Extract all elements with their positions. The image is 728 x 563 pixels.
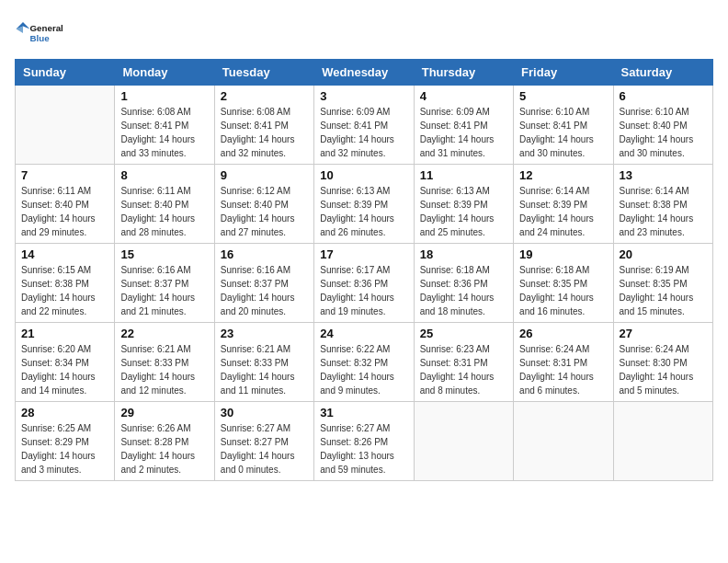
calendar-day-cell: 31Sunrise: 6:27 AMSunset: 8:26 PMDayligh… — [314, 402, 414, 481]
day-info-text: Sunrise: 6:09 AM — [320, 105, 407, 119]
day-number: 5 — [519, 89, 607, 103]
day-info-text: Daylight: 14 hours — [519, 212, 607, 225]
day-info-text: Sunrise: 6:20 AM — [21, 342, 108, 356]
day-info-text: Sunset: 8:28 PM — [120, 435, 208, 449]
day-info-text: Daylight: 14 hours — [420, 212, 507, 225]
day-number: 4 — [420, 89, 507, 103]
day-info-text: Sunset: 8:29 PM — [21, 435, 108, 449]
calendar-header-wednesday: Wednesday — [314, 60, 414, 86]
day-info-text: and 25 minutes. — [420, 225, 507, 239]
day-info-text: Sunset: 8:36 PM — [320, 277, 407, 291]
day-info-text: Sunrise: 6:15 AM — [21, 263, 108, 277]
day-info-text: Daylight: 14 hours — [620, 370, 707, 384]
day-info-text: Sunrise: 6:11 AM — [120, 184, 208, 198]
day-info-text: Daylight: 14 hours — [221, 212, 308, 225]
day-number: 31 — [320, 406, 407, 419]
day-info-text: Sunset: 8:30 PM — [620, 356, 707, 370]
calendar-day-cell: 17Sunrise: 6:17 AMSunset: 8:36 PMDayligh… — [314, 244, 414, 323]
calendar-day-cell — [613, 402, 712, 481]
calendar-header-sunday: Sunday — [16, 60, 115, 86]
day-info-text: Sunset: 8:41 PM — [320, 119, 407, 132]
day-info-text: Daylight: 14 hours — [120, 449, 208, 463]
calendar-table: SundayMondayTuesdayWednesdayThursdayFrid… — [15, 59, 713, 481]
day-number: 13 — [620, 168, 707, 182]
day-info-text: Sunrise: 6:08 AM — [221, 105, 308, 119]
day-info-text: Sunset: 8:31 PM — [420, 356, 507, 370]
calendar-day-cell: 18Sunrise: 6:18 AMSunset: 8:36 PMDayligh… — [414, 244, 513, 323]
day-info-text: Sunset: 8:37 PM — [221, 277, 308, 291]
calendar-week-row: 14Sunrise: 6:15 AMSunset: 8:38 PMDayligh… — [16, 244, 713, 323]
day-info-text: and 19 minutes. — [320, 304, 407, 318]
calendar-day-cell: 8Sunrise: 6:11 AMSunset: 8:40 PMDaylight… — [115, 165, 214, 244]
day-info-text: Daylight: 14 hours — [120, 132, 208, 146]
day-info-text: and 11 minutes. — [221, 384, 308, 397]
day-info-text: Sunrise: 6:14 AM — [620, 184, 707, 198]
day-info-text: Sunrise: 6:22 AM — [320, 342, 407, 356]
day-number: 25 — [420, 327, 507, 340]
day-info-text: Daylight: 14 hours — [21, 370, 108, 384]
day-info-text: and 32 minutes. — [221, 146, 308, 160]
day-info-text: Daylight: 14 hours — [221, 370, 308, 384]
calendar-day-cell: 15Sunrise: 6:16 AMSunset: 8:37 PMDayligh… — [115, 244, 214, 323]
day-number: 26 — [519, 327, 607, 340]
day-info-text: Sunset: 8:38 PM — [21, 277, 108, 291]
day-number: 29 — [120, 406, 208, 419]
day-info-text: Sunset: 8:40 PM — [620, 119, 707, 132]
day-info-text: Sunset: 8:41 PM — [420, 119, 507, 132]
day-info-text: Sunrise: 6:17 AM — [320, 263, 407, 277]
calendar-week-row: 1Sunrise: 6:08 AMSunset: 8:41 PMDaylight… — [16, 86, 713, 165]
day-number: 30 — [221, 406, 308, 419]
day-number: 23 — [221, 327, 308, 340]
day-info-text: Sunrise: 6:27 AM — [221, 421, 308, 435]
day-info-text: and 15 minutes. — [620, 304, 707, 318]
day-info-text: and 8 minutes. — [420, 384, 507, 397]
day-number: 21 — [21, 327, 108, 340]
calendar-day-cell: 3Sunrise: 6:09 AMSunset: 8:41 PMDaylight… — [314, 86, 414, 165]
calendar-header-saturday: Saturday — [613, 60, 712, 86]
calendar-week-row: 7Sunrise: 6:11 AMSunset: 8:40 PMDaylight… — [16, 165, 713, 244]
calendar-week-row: 21Sunrise: 6:20 AMSunset: 8:34 PMDayligh… — [16, 323, 713, 402]
day-info-text: and 0 minutes. — [221, 463, 308, 477]
day-info-text: Sunset: 8:41 PM — [519, 119, 607, 132]
calendar-day-cell: 1Sunrise: 6:08 AMSunset: 8:41 PMDaylight… — [115, 86, 214, 165]
day-info-text: Sunrise: 6:12 AM — [221, 184, 308, 198]
day-info-text: and 59 minutes. — [320, 463, 407, 477]
day-info-text: Daylight: 14 hours — [519, 370, 607, 384]
day-info-text: Daylight: 14 hours — [320, 212, 407, 225]
day-number: 12 — [519, 168, 607, 182]
day-info-text: and 31 minutes. — [420, 146, 507, 160]
day-info-text: Sunset: 8:40 PM — [120, 198, 208, 212]
day-info-text: Daylight: 14 hours — [221, 132, 308, 146]
day-info-text: Sunrise: 6:24 AM — [519, 342, 607, 356]
svg-text:Blue: Blue — [30, 33, 51, 43]
day-info-text: Sunrise: 6:18 AM — [420, 263, 507, 277]
logo: General Blue — [15, 15, 70, 52]
day-number: 9 — [221, 168, 308, 182]
day-info-text: Sunrise: 6:13 AM — [420, 184, 507, 198]
day-info-text: Sunset: 8:41 PM — [221, 119, 308, 132]
day-info-text: Daylight: 14 hours — [320, 370, 407, 384]
day-info-text: and 33 minutes. — [120, 146, 208, 160]
day-info-text: Sunset: 8:39 PM — [420, 198, 507, 212]
day-info-text: Daylight: 14 hours — [120, 212, 208, 225]
day-info-text: Sunrise: 6:21 AM — [120, 342, 208, 356]
day-number: 11 — [420, 168, 507, 182]
calendar-day-cell: 19Sunrise: 6:18 AMSunset: 8:35 PMDayligh… — [514, 244, 613, 323]
day-info-text: Sunset: 8:31 PM — [519, 356, 607, 370]
day-info-text: Daylight: 14 hours — [21, 449, 108, 463]
day-info-text: Sunset: 8:41 PM — [120, 119, 208, 132]
day-number: 2 — [221, 89, 308, 103]
day-info-text: and 2 minutes. — [120, 463, 208, 477]
day-info-text: Sunset: 8:40 PM — [21, 198, 108, 212]
day-info-text: Sunset: 8:40 PM — [221, 198, 308, 212]
day-info-text: Sunrise: 6:09 AM — [420, 105, 507, 119]
calendar-day-cell: 10Sunrise: 6:13 AMSunset: 8:39 PMDayligh… — [314, 165, 414, 244]
day-number: 19 — [519, 247, 607, 261]
calendar-header-tuesday: Tuesday — [214, 60, 313, 86]
day-number: 17 — [320, 247, 407, 261]
calendar-day-cell: 30Sunrise: 6:27 AMSunset: 8:27 PMDayligh… — [214, 402, 313, 481]
day-info-text: Daylight: 14 hours — [519, 132, 607, 146]
day-info-text: and 3 minutes. — [21, 463, 108, 477]
day-info-text: and 29 minutes. — [21, 225, 108, 239]
day-info-text: and 26 minutes. — [320, 225, 407, 239]
